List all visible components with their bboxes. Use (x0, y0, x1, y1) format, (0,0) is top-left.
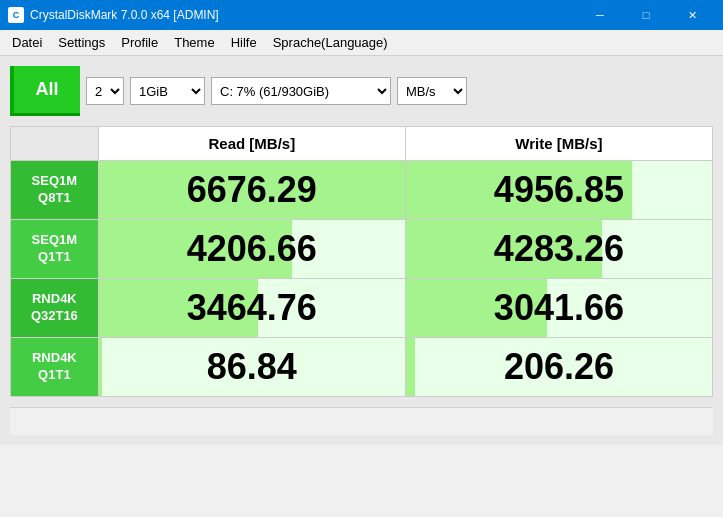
minimize-button[interactable]: ─ (577, 0, 623, 30)
row-write-seq1m-q1t1: 4283.26 (405, 220, 712, 279)
statusbar (10, 407, 713, 435)
table-header-row: Read [MB/s] Write [MB/s] (11, 127, 713, 161)
row-read-rnd4k-q32t16: 3464.76 (98, 279, 405, 338)
size-select[interactable]: 1GiB 16MiB 32MiB 64MiB 128MiB 256MiB 512… (130, 77, 205, 105)
menu-settings[interactable]: Settings (50, 31, 113, 54)
close-button[interactable]: ✕ (669, 0, 715, 30)
row-label-seq1m-q8t1: SEQ1MQ8T1 (11, 161, 99, 220)
benchmark-table: Read [MB/s] Write [MB/s] SEQ1MQ8T1 6676.… (10, 126, 713, 397)
col-label-header (11, 127, 99, 161)
drive-select[interactable]: C: 7% (61/930GiB) (211, 77, 391, 105)
unit-select[interactable]: MB/s GB/s IOPS μs (397, 77, 467, 105)
table-row-seq1m-q8t1: SEQ1MQ8T1 6676.29 4956.85 (11, 161, 713, 220)
titlebar: C CrystalDiskMark 7.0.0 x64 [ADMIN] ─ □ … (0, 0, 723, 30)
window-controls: ─ □ ✕ (577, 0, 715, 30)
maximize-button[interactable]: □ (623, 0, 669, 30)
menubar: Datei Settings Profile Theme Hilfe Sprac… (0, 30, 723, 56)
menu-sprache[interactable]: Sprache(Language) (265, 31, 396, 54)
row-read-seq1m-q8t1: 6676.29 (98, 161, 405, 220)
table-row-rnd4k-q32t16: RND4KQ32T16 3464.76 3041.66 (11, 279, 713, 338)
row-label-rnd4k-q1t1: RND4KQ1T1 (11, 338, 99, 397)
row-label-seq1m-q1t1: SEQ1MQ1T1 (11, 220, 99, 279)
window-title: CrystalDiskMark 7.0.0 x64 [ADMIN] (30, 8, 577, 22)
menu-theme[interactable]: Theme (166, 31, 222, 54)
table-row-rnd4k-q1t1: RND4KQ1T1 86.84 206.26 (11, 338, 713, 397)
menu-hilfe[interactable]: Hilfe (223, 31, 265, 54)
row-label-rnd4k-q32t16: RND4KQ32T16 (11, 279, 99, 338)
row-read-rnd4k-q1t1: 86.84 (98, 338, 405, 397)
row-write-rnd4k-q1t1: 206.26 (405, 338, 712, 397)
controls-row: All 2 1 3 5 9 1GiB 16MiB 32MiB 64MiB 128… (10, 66, 713, 116)
row-write-seq1m-q8t1: 4956.85 (405, 161, 712, 220)
app-icon: C (8, 7, 24, 23)
col-write-header: Write [MB/s] (405, 127, 712, 161)
menu-profile[interactable]: Profile (113, 31, 166, 54)
main-content: All 2 1 3 5 9 1GiB 16MiB 32MiB 64MiB 128… (0, 56, 723, 445)
all-button[interactable]: All (10, 66, 80, 116)
row-read-seq1m-q1t1: 4206.66 (98, 220, 405, 279)
loops-select[interactable]: 2 1 3 5 9 (86, 77, 124, 105)
row-write-rnd4k-q32t16: 3041.66 (405, 279, 712, 338)
menu-datei[interactable]: Datei (4, 31, 50, 54)
col-read-header: Read [MB/s] (98, 127, 405, 161)
table-row-seq1m-q1t1: SEQ1MQ1T1 4206.66 4283.26 (11, 220, 713, 279)
